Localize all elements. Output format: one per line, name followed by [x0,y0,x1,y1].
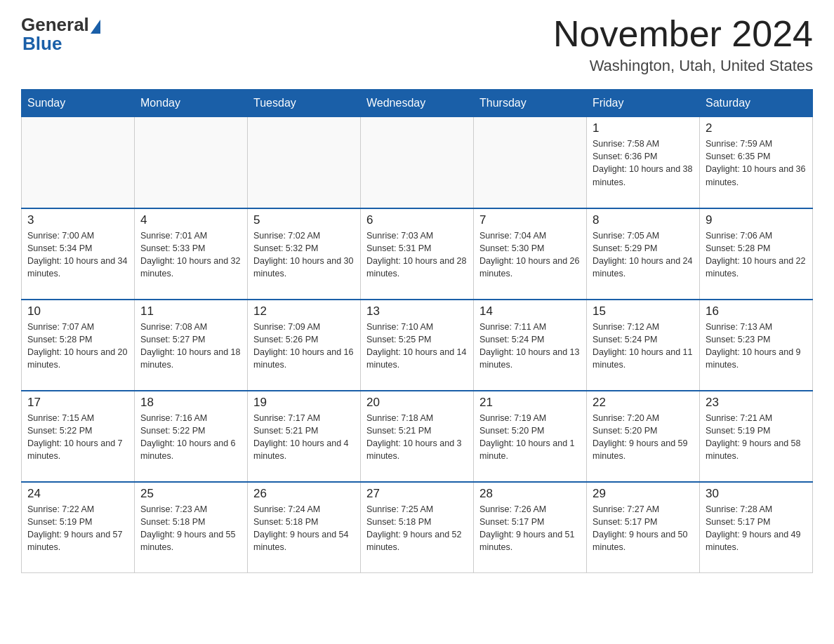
column-header-monday: Monday [135,90,248,117]
column-header-thursday: Thursday [474,90,587,117]
day-info: Sunrise: 7:58 AM Sunset: 6:36 PM Dayligh… [593,137,694,189]
day-info: Sunrise: 7:23 AM Sunset: 5:18 PM Dayligh… [140,503,241,554]
day-number: 10 [27,304,128,318]
day-number: 11 [140,304,241,318]
calendar-cell: 30Sunrise: 7:28 AM Sunset: 5:17 PM Dayli… [700,482,813,573]
calendar-cell: 12Sunrise: 7:09 AM Sunset: 5:26 PM Dayli… [248,300,361,391]
day-info: Sunrise: 7:26 AM Sunset: 5:17 PM Dayligh… [479,503,581,554]
day-number: 17 [27,396,128,410]
calendar-cell: 6Sunrise: 7:03 AM Sunset: 5:31 PM Daylig… [361,208,474,300]
calendar-cell: 25Sunrise: 7:23 AM Sunset: 5:18 PM Dayli… [135,482,248,573]
day-number: 13 [366,304,468,318]
calendar-cell: 24Sunrise: 7:22 AM Sunset: 5:19 PM Dayli… [22,482,135,573]
calendar-cell: 10Sunrise: 7:07 AM Sunset: 5:28 PM Dayli… [22,300,135,391]
day-number: 1 [593,121,694,135]
day-info: Sunrise: 7:00 AM Sunset: 5:34 PM Dayligh… [27,229,128,281]
day-number: 5 [253,213,355,227]
day-info: Sunrise: 7:01 AM Sunset: 5:33 PM Dayligh… [140,229,241,281]
day-number: 12 [253,304,355,318]
day-info: Sunrise: 7:24 AM Sunset: 5:18 PM Dayligh… [253,503,355,554]
day-number: 14 [479,304,581,318]
calendar-cell [248,117,361,208]
calendar-cell: 9Sunrise: 7:06 AM Sunset: 5:28 PM Daylig… [700,208,813,300]
day-info: Sunrise: 7:59 AM Sunset: 6:35 PM Dayligh… [706,137,807,189]
day-info: Sunrise: 7:27 AM Sunset: 5:17 PM Dayligh… [593,503,694,554]
calendar-cell: 21Sunrise: 7:19 AM Sunset: 5:20 PM Dayli… [474,391,587,482]
calendar-cell: 27Sunrise: 7:25 AM Sunset: 5:18 PM Dayli… [361,482,474,573]
calendar-cell: 5Sunrise: 7:02 AM Sunset: 5:32 PM Daylig… [248,208,361,300]
day-number: 25 [140,487,241,501]
day-info: Sunrise: 7:10 AM Sunset: 5:25 PM Dayligh… [366,321,468,372]
calendar-cell: 19Sunrise: 7:17 AM Sunset: 5:21 PM Dayli… [248,391,361,482]
location-title: Washington, Utah, United States [553,57,813,75]
day-number: 15 [593,304,694,318]
calendar-cell: 23Sunrise: 7:21 AM Sunset: 5:19 PM Dayli… [700,391,813,482]
calendar-cell [135,117,248,208]
calendar-cell: 16Sunrise: 7:13 AM Sunset: 5:23 PM Dayli… [700,300,813,391]
day-info: Sunrise: 7:16 AM Sunset: 5:22 PM Dayligh… [140,412,241,463]
calendar-cell: 18Sunrise: 7:16 AM Sunset: 5:22 PM Dayli… [135,391,248,482]
day-number: 6 [366,213,468,227]
day-info: Sunrise: 7:28 AM Sunset: 5:17 PM Dayligh… [706,503,807,554]
day-number: 29 [593,487,694,501]
calendar-cell: 20Sunrise: 7:18 AM Sunset: 5:21 PM Dayli… [361,391,474,482]
day-info: Sunrise: 7:03 AM Sunset: 5:31 PM Dayligh… [366,229,468,281]
calendar-week-row: 17Sunrise: 7:15 AM Sunset: 5:22 PM Dayli… [22,391,813,482]
column-header-tuesday: Tuesday [248,90,361,117]
day-number: 18 [140,396,241,410]
calendar-cell: 8Sunrise: 7:05 AM Sunset: 5:29 PM Daylig… [587,208,700,300]
logo-blue-text: Blue [22,33,62,55]
day-info: Sunrise: 7:04 AM Sunset: 5:30 PM Dayligh… [479,229,581,281]
logo: General Blue [21,14,100,55]
calendar-table: SundayMondayTuesdayWednesdayThursdayFrid… [21,89,813,573]
day-number: 22 [593,396,694,410]
calendar-cell: 22Sunrise: 7:20 AM Sunset: 5:20 PM Dayli… [587,391,700,482]
day-number: 27 [366,487,468,501]
day-info: Sunrise: 7:25 AM Sunset: 5:18 PM Dayligh… [366,503,468,554]
day-number: 16 [706,304,807,318]
day-info: Sunrise: 7:19 AM Sunset: 5:20 PM Dayligh… [479,412,581,463]
calendar-cell: 4Sunrise: 7:01 AM Sunset: 5:33 PM Daylig… [135,208,248,300]
day-number: 24 [27,487,128,501]
calendar-cell [474,117,587,208]
day-info: Sunrise: 7:18 AM Sunset: 5:21 PM Dayligh… [366,412,468,463]
calendar-cell: 3Sunrise: 7:00 AM Sunset: 5:34 PM Daylig… [22,208,135,300]
day-info: Sunrise: 7:21 AM Sunset: 5:19 PM Dayligh… [706,412,807,463]
column-header-wednesday: Wednesday [361,90,474,117]
day-number: 21 [479,396,581,410]
column-header-saturday: Saturday [700,90,813,117]
day-number: 2 [706,121,807,135]
day-info: Sunrise: 7:22 AM Sunset: 5:19 PM Dayligh… [27,503,128,554]
column-header-friday: Friday [587,90,700,117]
calendar-cell: 17Sunrise: 7:15 AM Sunset: 5:22 PM Dayli… [22,391,135,482]
day-number: 19 [253,396,355,410]
month-title: November 2024 [553,14,813,54]
day-info: Sunrise: 7:11 AM Sunset: 5:24 PM Dayligh… [479,321,581,372]
calendar-week-row: 1Sunrise: 7:58 AM Sunset: 6:36 PM Daylig… [22,117,813,208]
calendar-cell: 14Sunrise: 7:11 AM Sunset: 5:24 PM Dayli… [474,300,587,391]
calendar-cell [361,117,474,208]
day-info: Sunrise: 7:08 AM Sunset: 5:27 PM Dayligh… [140,321,241,372]
calendar-cell: 1Sunrise: 7:58 AM Sunset: 6:36 PM Daylig… [587,117,700,208]
day-number: 26 [253,487,355,501]
page-header: General Blue November 2024 Washington, U… [21,14,813,75]
day-info: Sunrise: 7:07 AM Sunset: 5:28 PM Dayligh… [27,321,128,372]
day-number: 4 [140,213,241,227]
calendar-week-row: 10Sunrise: 7:07 AM Sunset: 5:28 PM Dayli… [22,300,813,391]
logo-triangle-icon [91,20,100,34]
calendar-cell: 29Sunrise: 7:27 AM Sunset: 5:17 PM Dayli… [587,482,700,573]
calendar-cell: 26Sunrise: 7:24 AM Sunset: 5:18 PM Dayli… [248,482,361,573]
title-area: November 2024 Washington, Utah, United S… [553,14,813,75]
day-info: Sunrise: 7:13 AM Sunset: 5:23 PM Dayligh… [706,321,807,372]
day-info: Sunrise: 7:17 AM Sunset: 5:21 PM Dayligh… [253,412,355,463]
day-number: 3 [27,213,128,227]
day-number: 9 [706,213,807,227]
calendar-cell: 28Sunrise: 7:26 AM Sunset: 5:17 PM Dayli… [474,482,587,573]
day-info: Sunrise: 7:02 AM Sunset: 5:32 PM Dayligh… [253,229,355,281]
calendar-week-row: 3Sunrise: 7:00 AM Sunset: 5:34 PM Daylig… [22,208,813,300]
day-number: 20 [366,396,468,410]
day-number: 7 [479,213,581,227]
calendar-header-row: SundayMondayTuesdayWednesdayThursdayFrid… [22,90,813,117]
calendar-cell: 15Sunrise: 7:12 AM Sunset: 5:24 PM Dayli… [587,300,700,391]
day-info: Sunrise: 7:15 AM Sunset: 5:22 PM Dayligh… [27,412,128,463]
